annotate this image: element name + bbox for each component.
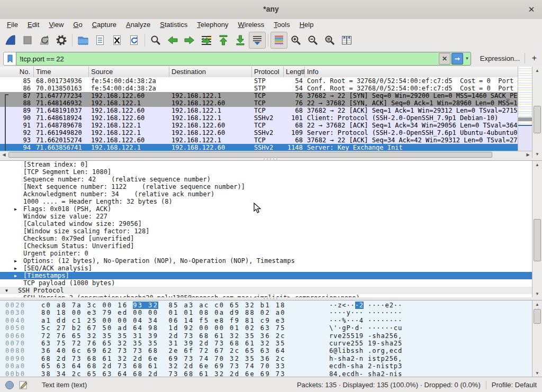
detail-line[interactable]: Acknowledgment number: 34 (relative ack … bbox=[0, 190, 542, 198]
detail-line[interactable]: [TCP Segment Len: 1080] bbox=[0, 168, 542, 176]
scroll-down-arrow[interactable]: ▼ bbox=[532, 369, 542, 377]
capture-options-button[interactable] bbox=[53, 32, 70, 49]
last-packet-button[interactable] bbox=[232, 32, 249, 49]
column-header-time[interactable]: Time bbox=[34, 67, 89, 77]
menu-tools[interactable]: Tools bbox=[269, 19, 294, 31]
find-packet-button[interactable] bbox=[147, 32, 164, 49]
hex-row-0020[interactable]: 0020c0 a8 7a 3c 00 16 93 32 85 a3 ac c0 … bbox=[0, 302, 542, 309]
hex-row-0030[interactable]: 003080 18 00 e3 79 ed 00 00 01 01 08 0a … bbox=[0, 309, 542, 316]
capture-comment-icon[interactable] bbox=[19, 380, 28, 389]
scroll-thumb[interactable] bbox=[534, 219, 541, 261]
menu-analyze[interactable]: Analyze bbox=[121, 19, 155, 31]
scroll-thumb[interactable] bbox=[8, 152, 492, 158]
detail-line[interactable]: [Next sequence number: 1122 (relative se… bbox=[0, 183, 542, 190]
menu-view[interactable]: View bbox=[44, 19, 68, 31]
hex-row-0080[interactable]: 008036 40 6c 69 62 73 73 68 2e 6f 72 67 … bbox=[0, 347, 542, 354]
detail-line-flags[interactable]: ▶Flags: 0x018 (PSH, ACK) bbox=[0, 205, 542, 213]
menu-telephony[interactable]: Telephony bbox=[192, 19, 233, 31]
zoom-in-button[interactable] bbox=[287, 32, 304, 49]
hex-row-00b0[interactable]: 00b038 34 2c 65 63 64 68 2d 73 68 61 32 … bbox=[0, 370, 542, 377]
scroll-thumb[interactable] bbox=[534, 309, 541, 324]
menu-edit[interactable]: Edit bbox=[23, 19, 44, 31]
detail-line-ssh-protocol[interactable]: ▼SSH Protocol bbox=[0, 287, 542, 294]
expander-icon[interactable]: ▶ bbox=[14, 258, 17, 265]
column-header-destination[interactable]: Destination bbox=[169, 67, 252, 77]
restart-capture-button[interactable] bbox=[36, 32, 53, 49]
detail-line[interactable]: [Calculated window size: 29056] bbox=[0, 220, 542, 227]
add-filter-button[interactable]: + bbox=[532, 53, 537, 63]
expander-icon[interactable]: ▶ bbox=[14, 272, 17, 279]
scroll-down-arrow[interactable]: ▼ bbox=[532, 150, 542, 158]
scroll-right-arrow[interactable]: ▶ bbox=[524, 151, 532, 158]
hex-row-0090[interactable]: 009068 2d 73 68 61 32 2d 6e 69 73 74 70 … bbox=[0, 355, 542, 362]
packet-row-89[interactable]: 8971.648191037192.168.122.60192.168.122.… bbox=[0, 107, 518, 114]
profile-label[interactable]: Profile: Default bbox=[492, 381, 537, 389]
menu-file[interactable]: File bbox=[2, 19, 23, 31]
scroll-up-arrow[interactable]: ▲ bbox=[532, 67, 542, 75]
bytes-vscrollbar[interactable]: ▲ ▼ bbox=[532, 300, 542, 377]
scroll-up-arrow[interactable]: ▲ bbox=[532, 300, 542, 308]
expert-info-icon[interactable] bbox=[5, 381, 14, 389]
reload-file-button[interactable] bbox=[125, 32, 142, 49]
column-header-source[interactable]: Source bbox=[89, 67, 169, 77]
menu-help[interactable]: Help bbox=[295, 19, 319, 31]
packet-row-93[interactable]: 9371.662015274192.168.122.60192.168.122.… bbox=[0, 136, 518, 144]
packet-list-vscrollbar[interactable]: ▲ ▼ bbox=[532, 67, 542, 158]
menu-go[interactable]: Go bbox=[68, 19, 87, 31]
detail-line[interactable]: Window size value: 227 bbox=[0, 213, 542, 220]
hex-row-0050[interactable]: 00505c 27 b2 67 50 ad 64 98 1d 92 00 00 … bbox=[0, 324, 542, 332]
zoom-original-button[interactable] bbox=[321, 32, 338, 49]
resize-columns-button[interactable] bbox=[338, 32, 355, 49]
auto-scroll-button[interactable] bbox=[249, 32, 266, 49]
detail-line[interactable]: [Window size scaling factor: 128] bbox=[0, 227, 542, 235]
close-window-button[interactable]: ✕ bbox=[526, 4, 537, 15]
go-to-packet-button[interactable] bbox=[198, 32, 215, 49]
detail-line[interactable]: Urgent pointer: 0 bbox=[0, 250, 542, 257]
expression-button[interactable]: Expression... bbox=[480, 54, 520, 62]
next-packet-button[interactable] bbox=[181, 32, 198, 49]
detail-line[interactable]: [Stream index: 0] bbox=[0, 161, 542, 168]
packet-list-minimap[interactable] bbox=[518, 67, 532, 151]
menu-capture[interactable]: Capture bbox=[87, 19, 121, 31]
packet-row-86[interactable]: 8670.013850163fe:54:00:d4:38:2aSTP54Conf… bbox=[0, 85, 518, 92]
hex-row-0060[interactable]: 006072 76 65 32 35 35 31 39 2d 73 68 61 … bbox=[0, 332, 542, 340]
scroll-thumb[interactable] bbox=[534, 106, 541, 133]
previous-packet-button[interactable] bbox=[164, 32, 181, 49]
column-header-info[interactable]: Info bbox=[305, 67, 532, 77]
details-vscrollbar[interactable]: ▲ ▼ bbox=[532, 161, 542, 298]
start-capture-button[interactable] bbox=[2, 32, 19, 49]
expander-icon[interactable]: ▶ bbox=[14, 206, 17, 213]
scroll-left-arrow[interactable]: ◀ bbox=[0, 151, 8, 158]
scroll-up-arrow[interactable]: ▲ bbox=[532, 161, 542, 169]
save-file-button[interactable] bbox=[92, 32, 109, 49]
packet-row-85[interactable]: 8568.001734936fe:54:00:d4:38:2aSTP54Conf… bbox=[0, 77, 518, 85]
column-header-no[interactable]: No. bbox=[0, 67, 34, 77]
filter-bookmark-button[interactable] bbox=[3, 52, 17, 66]
menu-statistics[interactable]: Statistics bbox=[155, 19, 192, 31]
packet-row-88[interactable]: 8871.648146932192.168.122.1192.168.122.6… bbox=[0, 99, 518, 107]
detail-line-options[interactable]: ▶Options: (12 bytes), No-Operation (NOP)… bbox=[0, 257, 542, 265]
expander-icon[interactable]: ▶ bbox=[14, 265, 17, 272]
detail-line-timestamps-selected[interactable]: ▶[Timestamps] bbox=[0, 272, 542, 279]
filter-clear-button[interactable]: ✕ bbox=[439, 53, 450, 65]
packet-list-hscrollbar[interactable]: ◀ ▶ bbox=[0, 151, 532, 158]
detail-line-seq-ack[interactable]: ▶[SEQ/ACK analysis] bbox=[0, 265, 542, 272]
packet-row-92[interactable]: 9271.661949820192.168.122.1192.168.122.6… bbox=[0, 129, 518, 136]
expander-icon[interactable]: ▼ bbox=[5, 287, 8, 294]
detail-line[interactable]: [Checksum Status: Unverified] bbox=[0, 242, 542, 250]
packet-row-91[interactable]: 9171.648789678192.168.122.1192.168.122.6… bbox=[0, 122, 518, 129]
detail-line[interactable]: 1000 .... = Header Length: 32 bytes (8) bbox=[0, 198, 542, 205]
colorize-button[interactable] bbox=[270, 32, 287, 49]
open-file-button[interactable] bbox=[75, 32, 92, 49]
detail-line[interactable]: Sequence number: 42 (relative sequence n… bbox=[0, 176, 542, 183]
column-header-length[interactable]: Length bbox=[284, 67, 305, 77]
packet-list-header[interactable]: No. Time Source Destination Protocol Len… bbox=[0, 67, 532, 78]
close-file-button[interactable] bbox=[109, 32, 125, 49]
packet-row-90[interactable]: 9071.648618924192.168.122.60192.168.122.… bbox=[0, 114, 518, 122]
display-filter-input[interactable] bbox=[16, 52, 438, 65]
hex-row-00a0[interactable]: 00a065 63 64 68 2d 73 68 61 32 2d 6e 69 … bbox=[0, 362, 542, 370]
zoom-out-button[interactable] bbox=[304, 32, 321, 49]
filter-dropdown-arrow[interactable]: ▼ bbox=[464, 52, 471, 64]
stop-capture-button[interactable] bbox=[19, 32, 36, 49]
packet-row-87[interactable]: 8771.647777234192.168.122.60192.168.122.… bbox=[0, 92, 518, 99]
